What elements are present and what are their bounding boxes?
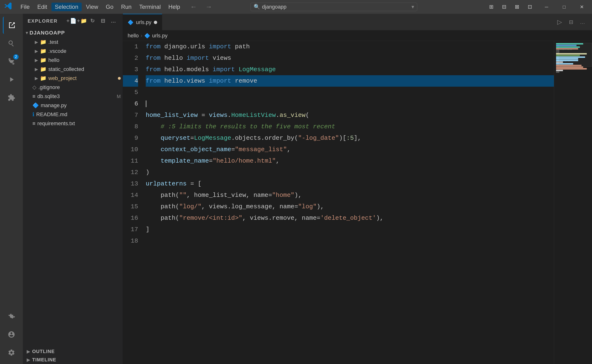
menu-run[interactable]: Run	[118, 3, 135, 11]
var-views: views	[209, 110, 228, 121]
new-folder-btn[interactable]: +📁	[78, 17, 86, 25]
close-btn[interactable]: ✕	[575, 0, 588, 14]
gitignore-label: .gitignore	[38, 84, 60, 91]
collapse-btn[interactable]: ⊟	[99, 17, 107, 25]
kw-import-2: import	[187, 52, 209, 64]
comment-line-8: # :5 limits the results to the five most…	[146, 121, 335, 132]
menu-help[interactable]: Help	[165, 3, 183, 11]
menu-view[interactable]: View	[83, 3, 102, 11]
code-line-1: from django.urls import path	[146, 41, 554, 52]
ln-16: 16	[123, 212, 138, 224]
code-line-13: urlpatterns = [	[146, 178, 554, 189]
activity-remote[interactable]	[3, 308, 20, 325]
ln-4: 4	[123, 75, 138, 87]
refresh-btn[interactable]: ↻	[88, 17, 97, 25]
menu-go[interactable]: Go	[102, 3, 117, 11]
activity-settings[interactable]	[3, 344, 20, 361]
activity-extensions[interactable]	[3, 89, 20, 106]
indent-10	[146, 144, 161, 155]
breadcrumb-file-icon: 🔷	[144, 33, 150, 39]
code-line-8: # :5 limits the results to the five most…	[146, 121, 554, 132]
code-line-9: queryset = LogMessage .objects.order_by(…	[146, 132, 554, 144]
op-eq-9: =	[190, 132, 194, 144]
menu-edit[interactable]: Edit	[34, 3, 51, 11]
more-actions-btn[interactable]: …	[109, 17, 118, 25]
file-tree: ▾ DJANGOAPP ▶ 📁 .test ▶ 📁 .vscode ▶ 📁 he…	[23, 28, 123, 347]
manage-label: manage.py	[41, 102, 67, 109]
new-file-btn[interactable]: +📄	[67, 17, 76, 25]
breadcrumb-urls-py[interactable]: urls.py	[152, 32, 168, 39]
ln-18: 18	[123, 235, 138, 247]
method-9: .objects.order_by(	[231, 132, 298, 144]
indent-16: path(	[146, 212, 179, 224]
sidebar-item-vscode[interactable]: ▶ 📁 .vscode	[23, 47, 123, 56]
kw-import-3: import	[213, 64, 235, 75]
layout-btn-3[interactable]: ⊠	[512, 3, 522, 11]
code-content[interactable]: from django.urls import path from hello …	[142, 41, 554, 364]
str-remove: "remove/<int:id>"	[179, 212, 242, 224]
sidebar-item-hello[interactable]: ▶ 📁 hello	[23, 56, 123, 65]
sidebar-item-static[interactable]: ▶ 📁 static_collected	[23, 65, 123, 74]
str-log: "log/"	[179, 201, 202, 212]
nav-fwd-btn[interactable]: →	[203, 3, 214, 11]
str-log-name: "log"	[298, 201, 317, 212]
ln-6: 6	[123, 98, 138, 110]
sidebar-item-db[interactable]: ≡ db.sqlite3 M	[23, 92, 123, 101]
breadcrumb-hello[interactable]: hello	[128, 32, 139, 39]
more-editor-btn[interactable]: …	[578, 17, 587, 27]
titlebar-actions: ⊞ ⊟ ⊠ ⊡	[486, 3, 535, 11]
search-bar[interactable]: 🔍 djangoapp ▾	[251, 3, 417, 11]
kw-from-1: from	[146, 41, 161, 52]
static-folder-label: static_collected	[48, 66, 84, 72]
maximize-btn[interactable]: □	[558, 0, 571, 14]
activity-source-control[interactable]: 2	[3, 53, 20, 70]
var-template-name: template_name	[161, 155, 209, 167]
split-editor-btn[interactable]: ⊟	[566, 17, 576, 27]
sidebar-item-manage[interactable]: 🔷 manage.py	[23, 101, 123, 110]
outline-section[interactable]: ▶ Outline	[23, 347, 123, 356]
sidebar-item-requirements[interactable]: ≡ requirements.txt	[23, 119, 123, 128]
tab-urls-py[interactable]: 🔷 urls.py	[123, 14, 162, 30]
menu-terminal[interactable]: Terminal	[136, 3, 164, 11]
var-queryset: queryset	[161, 132, 190, 144]
sidebar-item-gitignore[interactable]: ◇ .gitignore	[23, 83, 123, 92]
menu-selection[interactable]: Selection	[52, 3, 82, 11]
layout-btn-2[interactable]: ⊟	[499, 3, 510, 11]
num-5: :5	[346, 132, 354, 144]
op-eq-11: =	[209, 155, 213, 167]
comma-10: ,	[287, 144, 291, 155]
line-numbers: 1 2 3 4 5 6 7 8 9 10 11 12 13 14 15 16 1…	[123, 41, 142, 364]
activity-explorer[interactable]	[3, 17, 20, 34]
menu-file[interactable]: File	[17, 3, 33, 11]
search-icon: 🔍	[254, 4, 260, 10]
layout-btn-1[interactable]: ⊞	[486, 3, 497, 11]
menu-bar: File Edit Selection View Go Run Terminal…	[17, 3, 183, 11]
sidebar-item-test[interactable]: ▶ 📁 .test	[23, 38, 123, 47]
root-folder[interactable]: ▾ DJANGOAPP	[23, 28, 123, 38]
kw-from-4: from	[146, 75, 161, 87]
minimize-btn[interactable]: ─	[540, 0, 553, 14]
activity-account[interactable]	[3, 326, 20, 343]
kw-import-4: import	[209, 75, 231, 87]
hello-folder-label: hello	[48, 57, 59, 63]
ln-15: 15	[123, 201, 138, 212]
close-16: ),	[376, 212, 384, 224]
ln-12: 12	[123, 167, 138, 178]
root-chevron-icon: ▾	[26, 30, 28, 35]
search-dropdown-icon[interactable]: ▾	[411, 4, 414, 10]
var-home-list-view: home_list_view	[146, 110, 198, 121]
val-views: views	[209, 52, 231, 64]
sidebar-header: Explorer +📄 +📁 ↻ ⊟ …	[23, 14, 123, 28]
timeline-section[interactable]: ▶ Timeline	[23, 356, 123, 364]
run-code-btn[interactable]: ▷	[555, 17, 564, 27]
str-message-list: "message_list"	[235, 144, 287, 155]
code-editor[interactable]: 1 2 3 4 5 6 7 8 9 10 11 12 13 14 15 16 1…	[123, 41, 592, 364]
activity-search[interactable]	[3, 35, 20, 52]
activity-run[interactable]	[3, 71, 20, 88]
sidebar-item-web-project[interactable]: ▶ 📁 web_project	[23, 74, 123, 83]
breadcrumb: hello › 🔷 urls.py	[123, 31, 592, 41]
layout-btn-4[interactable]: ⊡	[524, 3, 535, 11]
close-paren-12: )	[146, 167, 150, 178]
nav-back-btn[interactable]: ←	[188, 3, 199, 11]
sidebar-item-readme[interactable]: ℹ README.md	[23, 110, 123, 119]
